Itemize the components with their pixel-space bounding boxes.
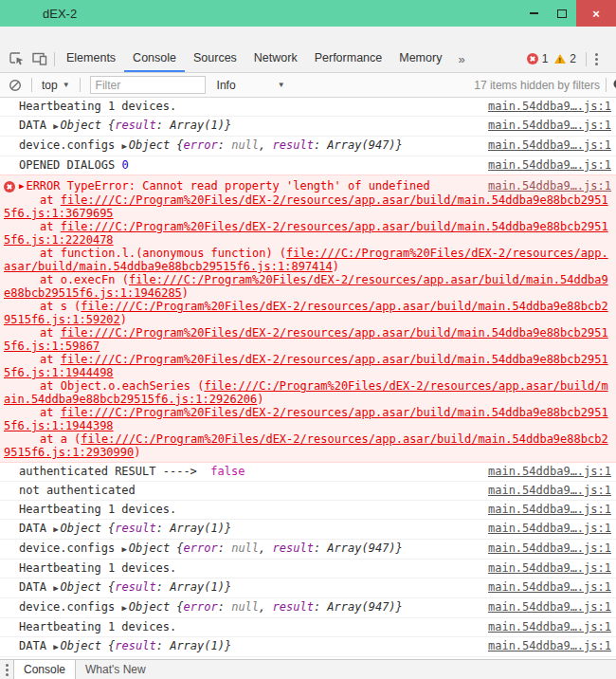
more-tabs-button[interactable]: » — [450, 52, 472, 66]
source-link[interactable]: main.54ddba9….js:1 — [488, 522, 611, 536]
stack-frame: at a (file:///C:/Program%20Files/dEX-2/r… — [0, 432, 616, 459]
app-window: dEX-2 × ElementsConsoleSourcesNetw — [0, 0, 616, 679]
message-segment: : — [218, 541, 231, 555]
drawer-tabbar: ConsoleWhat's New — [0, 659, 616, 679]
expand-arrow-icon[interactable]: ▶ — [121, 141, 126, 151]
error-count-badge[interactable]: 1 — [527, 52, 549, 65]
tab-memory[interactable]: Memory — [390, 46, 450, 72]
message-segment: Object { — [129, 600, 184, 614]
source-link[interactable]: main.54ddba9….js:1 — [488, 179, 611, 193]
tab-console[interactable]: Console — [124, 46, 185, 72]
console-message: device.configs ▶Object {error: null, res… — [0, 540, 616, 560]
expand-arrow-icon[interactable]: ▶ — [53, 583, 58, 593]
stack-file-link[interactable]: file:///C:/Program%20Files/dEX-2/resourc… — [4, 220, 608, 247]
maximize-icon — [557, 9, 567, 18]
console-message-text: Heartbeating 1 devices. — [19, 561, 479, 576]
console-message-text: DATA ▶Object {result: Array(1)} — [19, 580, 479, 596]
source-link[interactable]: main.54ddba9….js:1 — [488, 639, 611, 653]
console-message-text: not authenticated — [19, 484, 479, 498]
stack-frame: at function.l.(anonymous function) (file… — [0, 247, 616, 273]
settings-icon[interactable] — [612, 78, 616, 93]
maximize-button[interactable] — [548, 0, 576, 27]
warning-count-badge[interactable]: 2 — [554, 52, 576, 65]
stack-file-link[interactable]: file:///C:/Program%20Files/dEX-2/resourc… — [4, 326, 608, 353]
tab-elements[interactable]: Elements — [58, 46, 124, 72]
expand-arrow-icon[interactable]: ▶ — [19, 179, 24, 193]
devtools-menu-button[interactable] — [589, 50, 603, 67]
log-level-selector[interactable]: Info ▼ — [217, 79, 291, 92]
expand-arrow-icon[interactable]: ▶ — [121, 544, 126, 554]
console-message-text: DATA ▶Object {result: Array(1)} — [19, 522, 479, 537]
message-segment: : — [218, 600, 231, 614]
source-link[interactable]: main.54ddba9….js:1 — [488, 100, 611, 114]
execution-context-selector[interactable]: top ▼ — [42, 79, 70, 92]
minimize-button[interactable] — [519, 0, 548, 27]
console-message: Heartbeating 1 devices.main.54ddba9….js:… — [0, 98, 616, 117]
message-segment: result — [273, 541, 314, 555]
source-link[interactable]: main.54ddba9….js:1 — [488, 484, 611, 498]
message-segment: Heartbeating 1 devices. — [19, 620, 176, 633]
dropdown-arrow-icon: ▼ — [278, 81, 285, 89]
message-segment: Object { — [61, 580, 116, 594]
expand-arrow-icon[interactable]: ▶ — [53, 121, 58, 131]
source-link[interactable]: main.54ddba9….js:1 — [488, 561, 611, 576]
source-link[interactable]: main.54ddba9….js:1 — [488, 465, 611, 479]
window-titlebar: dEX-2 × — [0, 0, 616, 27]
console-message: DATA ▶Object {result: Array(1)}main.54dd… — [0, 637, 616, 657]
stack-file-link[interactable]: file:///C:/Program%20Files/dEX-2/resourc… — [4, 300, 608, 326]
drawer-menu-button[interactable] — [0, 660, 13, 679]
message-segment: : Array(947)} — [314, 600, 403, 614]
message-segment: false — [210, 465, 245, 478]
console-message: DATA ▶Object {result: Array(1)}main.54dd… — [0, 117, 616, 137]
console-message: not authenticatedmain.54ddba9….js:1 — [0, 482, 616, 501]
message-segment: error — [184, 600, 218, 614]
stack-frame: at Object.o.eachSeries (file:///C:/Progr… — [0, 379, 616, 406]
source-link[interactable]: main.54ddba9….js:1 — [488, 580, 611, 595]
stack-file-link[interactable]: file:///C:/Program%20Files/dEX-2/resourc… — [4, 247, 608, 273]
expand-arrow-icon[interactable]: ▶ — [53, 524, 58, 534]
tab-performance[interactable]: Performance — [306, 46, 391, 72]
drawer-tab-console[interactable]: Console — [13, 660, 76, 679]
message-segment: null — [231, 138, 259, 152]
expand-arrow-icon[interactable]: ▶ — [121, 603, 126, 613]
inspect-element-icon[interactable] — [6, 46, 28, 71]
source-link[interactable]: main.54ddba9….js:1 — [488, 158, 611, 173]
expand-arrow-icon[interactable]: ▶ — [53, 642, 58, 651]
source-link[interactable]: main.54ddba9….js:1 — [488, 119, 611, 133]
tab-network[interactable]: Network — [245, 46, 306, 72]
message-segment: , — [259, 138, 272, 152]
stack-file-link[interactable]: file:///C:/Program%20Files/dEX-2/resourc… — [4, 193, 608, 220]
stack-file-link[interactable]: file:///C:/Program%20Files/dEX-2/resourc… — [4, 273, 608, 300]
clipped-drawer-menu-icon[interactable] — [610, 660, 616, 679]
log-level-label: Info — [217, 79, 236, 92]
clear-console-button[interactable] — [5, 75, 26, 96]
drawer-tab-what-s-new[interactable]: What's New — [76, 660, 155, 679]
stack-file-link[interactable]: file:///C:/Program%20Files/dEX-2/resourc… — [4, 353, 608, 379]
clipped-menu-icon[interactable] — [610, 50, 616, 67]
console-message: DATA ▶Object {result: Array(1)}main.54dd… — [0, 520, 616, 540]
toolbar-divider — [31, 78, 32, 92]
warning-badge-icon — [554, 54, 566, 64]
console-message-text: Heartbeating 1 devices. — [19, 100, 479, 114]
source-link[interactable]: main.54ddba9….js:1 — [488, 600, 611, 615]
tab-sources[interactable]: Sources — [185, 46, 245, 72]
toolbar-divider — [586, 52, 587, 66]
filter-input[interactable] — [90, 76, 206, 94]
source-link[interactable]: main.54ddba9….js:1 — [488, 138, 611, 153]
console-message-text: DATA ▶Object {result: Array(1)} — [19, 119, 479, 134]
warning-count: 2 — [570, 52, 576, 65]
stack-frame: at file:///C:/Program%20Files/dEX-2/reso… — [0, 353, 616, 379]
device-toolbar-icon[interactable] — [28, 46, 51, 71]
context-label: top — [42, 79, 58, 92]
source-link[interactable]: main.54ddba9….js:1 — [488, 503, 611, 517]
close-button[interactable]: × — [576, 0, 616, 27]
console-message-text: device.configs ▶Object {error: null, res… — [19, 138, 479, 154]
stack-file-link[interactable]: file:///C:/Program%20Files/dEX-2/resourc… — [4, 406, 608, 432]
console-message-text: OPENED DIALOGS 0 — [19, 158, 479, 173]
source-link[interactable]: main.54ddba9….js:1 — [488, 620, 611, 634]
message-segment: OPENED DIALOGS — [19, 158, 121, 172]
source-link[interactable]: main.54ddba9….js:1 — [488, 541, 611, 556]
stack-file-link[interactable]: file:///C:/Program%20Files/dEX-2/resourc… — [4, 432, 608, 459]
message-segment: : Array(1)} — [156, 522, 231, 535]
stack-file-link[interactable]: file:///C:/Program%20Files/dEX-2/resourc… — [4, 379, 608, 406]
